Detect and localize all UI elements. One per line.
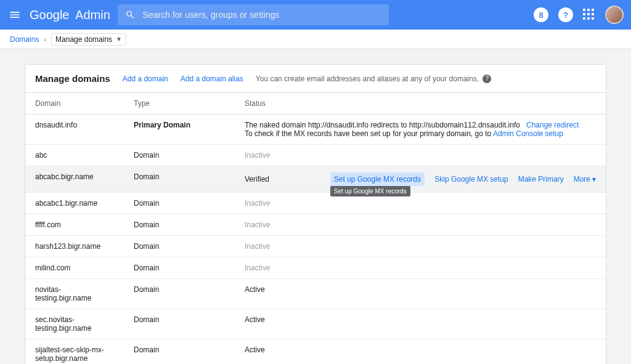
cell-status: Active	[235, 309, 606, 339]
add-alias-link[interactable]: Add a domain alias	[181, 75, 243, 83]
cell-status: Inactive	[235, 236, 606, 257]
cell-type: Domain	[124, 257, 235, 279]
more-menu[interactable]: More ▾	[574, 175, 596, 184]
cell-status: Inactive	[235, 193, 606, 214]
setup-mx-link[interactable]: Set up Google MX recordsSet up Google MX…	[330, 172, 425, 186]
chevron-down-icon: ▾	[592, 175, 596, 184]
admin-setup-link[interactable]: Admin Console setup	[493, 129, 563, 138]
cell-status: Inactive	[235, 257, 606, 279]
avatar[interactable]	[605, 6, 624, 24]
cell-type: Domain	[124, 236, 235, 257]
table-row[interactable]: milind.comDomainInactive	[25, 257, 606, 279]
domains-table: Domain Type Status dnsaudit.info Primary…	[25, 93, 606, 364]
chevron-right-icon: ›	[44, 36, 46, 43]
breadcrumb-current-label: Manage domains	[55, 35, 112, 44]
cell-status: VerifiedSet up Google MX recordsSet up G…	[235, 166, 606, 193]
cell-type: Domain	[124, 309, 235, 339]
cell-domain: abcabc.bigr.name	[25, 166, 124, 193]
top-right-icons: 8 ?	[534, 6, 624, 24]
table-row[interactable]: novitas-testing.bigr.nameDomainActive	[25, 279, 606, 309]
table-row[interactable]: abcabc.bigr.nameDomainVerifiedSet up Goo…	[25, 166, 606, 193]
add-domain-link[interactable]: Add a domain	[123, 75, 168, 83]
col-domain: Domain	[25, 93, 124, 115]
cell-domain: sijaltest-sec-skip-mx-setup.bigr.name	[25, 339, 124, 365]
cell-type: Domain	[124, 279, 235, 309]
breadcrumb-root[interactable]: Domains	[10, 35, 39, 44]
card-header: Manage domains Add a domain Add a domain…	[25, 65, 606, 93]
table-row[interactable]: fffff.comDomainInactive	[25, 214, 606, 236]
cell-type: Domain	[124, 193, 235, 214]
top-bar: Google Admin 8 ?	[0, 0, 631, 30]
brand-admin: Admin	[75, 8, 110, 22]
table-row[interactable]: abcabc1.bigr.nameDomainInactive	[25, 193, 606, 214]
card: Manage domains Add a domain Add a domain…	[25, 64, 606, 364]
search-icon	[125, 9, 136, 20]
cell-domain: abc	[25, 145, 124, 166]
brand-logo: Google Admin	[30, 8, 110, 22]
table-row[interactable]: harsh123.bigr.nameDomainInactive	[25, 236, 606, 257]
cell-status: The naked domain http://dnsaudit.info re…	[235, 115, 606, 145]
table-row[interactable]: sijaltest-sec-skip-mx-setup.bigr.nameDom…	[25, 339, 606, 365]
tooltip: Set up Google MX records	[330, 186, 410, 196]
help-icon[interactable]: ?	[558, 7, 573, 22]
cell-type: Domain	[124, 214, 235, 236]
cell-type: Domain	[124, 145, 235, 166]
help-icon[interactable]: ?	[482, 75, 491, 83]
breadcrumb-current[interactable]: Manage domains ▼	[51, 33, 126, 46]
search-box[interactable]	[118, 4, 389, 25]
page-title: Manage domains	[35, 73, 110, 84]
cell-status: Active	[235, 279, 606, 309]
cell-type: Primary Domain	[124, 115, 235, 145]
cell-domain: milind.com	[25, 257, 124, 279]
header-description: You can create email addresses and alias…	[256, 75, 491, 83]
cell-status: Inactive	[235, 145, 606, 166]
table-row[interactable]: sec.novitas-testing.bigr.nameDomainActiv…	[25, 309, 606, 339]
table-row[interactable]: abcDomainInactive	[25, 145, 606, 166]
cell-domain: dnsaudit.info	[25, 115, 124, 145]
chevron-down-icon: ▼	[116, 36, 122, 42]
notification-badge[interactable]: 8	[534, 7, 548, 22]
col-type: Type	[124, 93, 235, 115]
cell-domain: fffff.com	[25, 214, 124, 236]
breadcrumb: Domains › Manage domains ▼	[0, 30, 631, 49]
cell-status: Inactive	[235, 214, 606, 236]
apps-icon[interactable]	[583, 9, 595, 21]
menu-icon[interactable]	[7, 7, 22, 22]
make-primary-link[interactable]: Make Primary	[518, 175, 564, 184]
cell-domain: sec.novitas-testing.bigr.name	[25, 309, 124, 339]
cell-domain: harsh123.bigr.name	[25, 236, 124, 257]
page: Manage domains Add a domain Add a domain…	[0, 49, 631, 364]
table-row-primary[interactable]: dnsaudit.info Primary Domain The naked d…	[25, 115, 606, 145]
cell-type: Domain	[124, 339, 235, 365]
change-redirect-link[interactable]: Change redirect	[526, 121, 579, 129]
cell-status: Active	[235, 339, 606, 365]
skip-mx-link[interactable]: Skip Google MX setup	[434, 175, 508, 184]
col-status: Status	[235, 93, 606, 115]
search-input[interactable]	[142, 9, 381, 20]
cell-type: Domain	[124, 166, 235, 193]
brand-google: Google	[30, 8, 70, 22]
cell-domain: novitas-testing.bigr.name	[25, 279, 124, 309]
cell-domain: abcabc1.bigr.name	[25, 193, 124, 214]
